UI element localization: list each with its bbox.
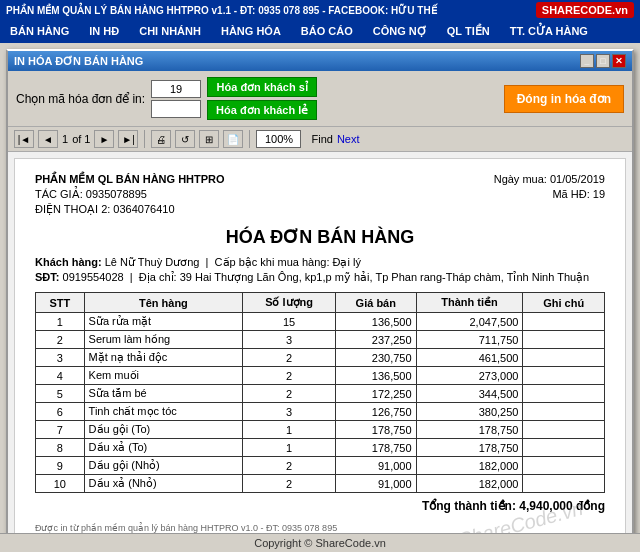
toolbar-layout[interactable]: ⊞ — [199, 130, 219, 148]
doc-phone: ĐIỆN THOẠI 2: 0364076410 — [35, 203, 175, 216]
invoice-number-combo — [151, 80, 201, 118]
cell-stt: 6 — [36, 403, 85, 421]
next-label[interactable]: Next — [337, 133, 360, 145]
toolbar-export[interactable]: 📄 — [223, 130, 243, 148]
doc-date: Ngày mua: 01/05/2019 — [494, 173, 605, 186]
cell-stt: 10 — [36, 475, 85, 493]
doc-address-val: 39 Hai Thượng Lãn Ông, kp1,p mỹ hải, Tp … — [180, 271, 590, 283]
total-label: Tổng thành tiền: — [422, 499, 516, 513]
cell-sl: 3 — [243, 331, 336, 349]
toolbar-print[interactable]: 🖨 — [151, 130, 171, 148]
cell-gia: 230,750 — [336, 349, 417, 367]
app-title: PHẦN MỀM QUẢN LÝ BÁN HÀNG HHTPRO v1.1 - … — [6, 5, 437, 16]
cell-gia: 91,000 — [336, 457, 417, 475]
menu-cong-no[interactable]: CÔNG NỢ — [363, 20, 437, 43]
cell-gia: 178,750 — [336, 421, 417, 439]
btn-khach-le[interactable]: Hóa đơn khách lẻ — [207, 100, 317, 120]
cell-ten: Sữa tắm bé — [84, 385, 243, 403]
doc-title: HÓA ĐƠN BÁN HÀNG — [35, 226, 605, 248]
col-thanh-tien: Thành tiền — [416, 293, 523, 313]
doc-address-line: SĐT: 0919554028 | Địa chỉ: 39 Hai Thượng… — [35, 271, 605, 284]
cell-sl: 2 — [243, 367, 336, 385]
doc-cap-bac-label: Cấp bậc khi mua hàng: — [215, 256, 330, 268]
footer-text: Được in từ phần mềm quản lý bán hàng HHT… — [35, 523, 337, 533]
cell-ten: Tinh chất mọc tóc — [84, 403, 243, 421]
cell-ten: Dầu gội (Nhỏ) — [84, 457, 243, 475]
logo: SHARECODE.vn — [536, 2, 634, 18]
cell-sl: 3 — [243, 403, 336, 421]
minimize-button[interactable]: _ — [580, 54, 594, 68]
doc-author: TÁC GIẢ: 0935078895 — [35, 188, 147, 201]
doc-cap-bac-val: Đại lý — [333, 256, 361, 268]
cell-stt: 8 — [36, 439, 85, 457]
doc-sdt-label: SĐT: — [35, 271, 59, 283]
menu-chi-nhanh[interactable]: CHI NHÁNH — [129, 20, 211, 43]
toolbar-prev[interactable]: ◄ — [38, 130, 58, 148]
find-label: Find — [311, 133, 332, 145]
menu-ql-tien[interactable]: QL TIỀN — [437, 20, 500, 43]
cell-sl: 2 — [243, 475, 336, 493]
table-row: 8 Dầu xả (To) 1 178,750 178,750 — [36, 439, 605, 457]
cell-tt: 711,750 — [416, 331, 523, 349]
invoice-number-input2[interactable] — [151, 100, 201, 118]
cell-sl: 1 — [243, 439, 336, 457]
cell-ghichu — [523, 349, 605, 367]
toolbar-first[interactable]: |◄ — [14, 130, 34, 148]
cell-gia: 237,250 — [336, 331, 417, 349]
cell-gia: 172,250 — [336, 385, 417, 403]
doc-company: PHẦN MỀM QL BÁN HÀNG HHTPRO — [35, 173, 225, 186]
cell-stt: 5 — [36, 385, 85, 403]
table-row: 6 Tinh chất mọc tóc 3 126,750 380,250 — [36, 403, 605, 421]
maximize-button[interactable]: □ — [596, 54, 610, 68]
copyright-text: Copyright © ShareCode.vn — [254, 537, 386, 549]
btn-dong[interactable]: Đóng in hóa đơn — [504, 85, 624, 113]
table-row: 1 Sữa rửa mặt 15 136,500 2,047,500 — [36, 313, 605, 331]
cell-tt: 380,250 — [416, 403, 523, 421]
menu-hang-hoa[interactable]: HÀNG HÓA — [211, 20, 291, 43]
cell-tt: 182,000 — [416, 457, 523, 475]
cell-sl: 2 — [243, 349, 336, 367]
cell-ten: Dầu gội (To) — [84, 421, 243, 439]
doc-customer-line: Khách hàng: Lê Nữ Thuỳ Dương | Cấp bậc k… — [35, 256, 605, 269]
zoom-input[interactable] — [256, 130, 301, 148]
doc-phone-row: ĐIỆN THOẠI 2: 0364076410 — [35, 203, 605, 216]
doc-address-label: Địa chỉ: — [139, 271, 177, 283]
cell-tt: 2,047,500 — [416, 313, 523, 331]
main-window: IN HÓA ĐƠN BÁN HÀNG _ □ ✕ Chọn mã hóa đơ… — [6, 49, 634, 552]
cell-ten: Kem muối — [84, 367, 243, 385]
menu-in-hd[interactable]: IN HĐ — [79, 20, 129, 43]
doc-customer-name: Lê Nữ Thuỳ Dương — [105, 256, 200, 268]
cell-tt: 461,500 — [416, 349, 523, 367]
table-row: 5 Sữa tắm bé 2 172,250 344,500 — [36, 385, 605, 403]
doc-author-row: TÁC GIẢ: 0935078895 Mã HĐ: 19 — [35, 188, 605, 201]
cell-ghichu — [523, 385, 605, 403]
doc-customer-label: Khách hàng: — [35, 256, 102, 268]
btn-khach-si[interactable]: Hóa đơn khách sỉ — [207, 77, 317, 97]
close-button[interactable]: ✕ — [612, 54, 626, 68]
window-title: IN HÓA ĐƠN BÁN HÀNG — [14, 55, 143, 68]
window-controls: _ □ ✕ — [580, 54, 626, 68]
col-stt: STT — [36, 293, 85, 313]
cell-ten: Dầu xả (Nhỏ) — [84, 475, 243, 493]
toolbar-refresh[interactable]: ↺ — [175, 130, 195, 148]
menu-tt-cua-hang[interactable]: TT. CỬA HÀNG — [500, 20, 598, 43]
cell-ghichu — [523, 421, 605, 439]
invoice-table: STT Tên hàng Số lượng Giá bán Thành tiền… — [35, 292, 605, 493]
menu-ban-hang[interactable]: BÁN HÀNG — [0, 20, 79, 43]
toolbar-next[interactable]: ► — [94, 130, 114, 148]
window-title-bar: IN HÓA ĐƠN BÁN HÀNG _ □ ✕ — [8, 51, 632, 71]
toolbar-last[interactable]: ►| — [118, 130, 138, 148]
doc-header: PHẦN MỀM QL BÁN HÀNG HHTPRO Ngày mua: 01… — [35, 173, 605, 186]
cell-gia: 126,750 — [336, 403, 417, 421]
table-row: 2 Serum làm hồng 3 237,250 711,750 — [36, 331, 605, 349]
total-row: Tổng thành tiền: 4,940,000 đồng — [35, 499, 605, 513]
invoice-number-input[interactable] — [151, 80, 201, 98]
table-row: 10 Dầu xả (Nhỏ) 2 91,000 182,000 — [36, 475, 605, 493]
cell-stt: 3 — [36, 349, 85, 367]
cell-gia: 178,750 — [336, 439, 417, 457]
col-ten-hang: Tên hàng — [84, 293, 243, 313]
top-bar: PHẦN MỀM QUẢN LÝ BÁN HÀNG HHTPRO v1.1 - … — [0, 0, 640, 20]
menu-bao-cao[interactable]: BÁO CÁO — [291, 20, 363, 43]
table-row: 9 Dầu gội (Nhỏ) 2 91,000 182,000 — [36, 457, 605, 475]
cell-ghichu — [523, 331, 605, 349]
